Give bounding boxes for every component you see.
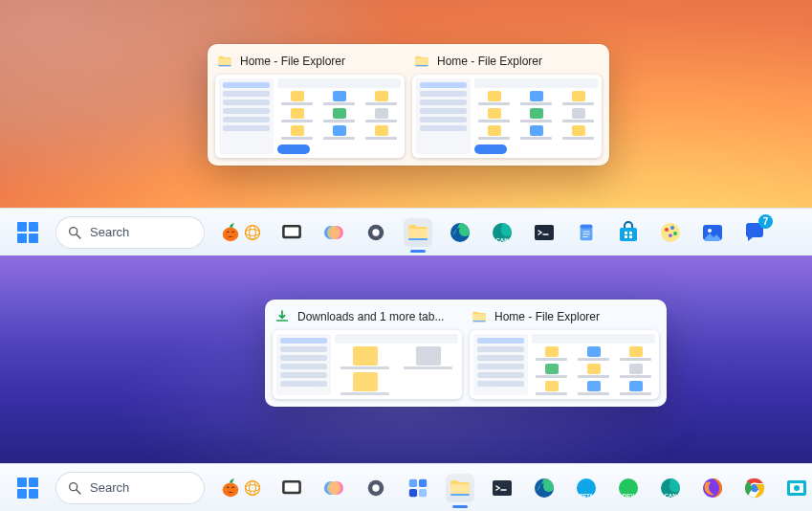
folder-icon xyxy=(217,54,232,69)
window-preview-panel: Downloads and 1 more tab... Home xyxy=(265,300,667,407)
gear-icon xyxy=(365,478,386,499)
edge-icon xyxy=(533,477,556,500)
screenshot-button[interactable] xyxy=(782,474,811,502)
search-icon xyxy=(67,480,82,496)
taskbar: Search xyxy=(0,463,812,511)
task-view-button[interactable] xyxy=(277,218,306,247)
settings-button[interactable] xyxy=(362,474,390,502)
start-button[interactable] xyxy=(13,474,42,502)
preview-tile[interactable]: Home - File Explorer xyxy=(470,307,659,399)
search-icon xyxy=(67,225,82,240)
terminal-icon xyxy=(533,221,556,244)
paint-icon xyxy=(659,221,682,244)
folder-icon xyxy=(472,309,487,324)
preview-tile[interactable]: Home - File Explorer xyxy=(215,52,405,158)
pumpkin-icon xyxy=(220,222,241,243)
edge-canary-icon xyxy=(491,221,514,244)
copilot-icon xyxy=(322,477,345,500)
edge-beta-icon xyxy=(575,477,598,500)
windows-icon xyxy=(16,221,39,244)
copilot-button[interactable] xyxy=(319,474,348,502)
pumpkin-icon xyxy=(220,478,241,499)
task-view-icon xyxy=(281,478,302,499)
edge-dev-button[interactable] xyxy=(614,474,643,502)
preview-header: Downloads and 1 more tab... xyxy=(273,307,462,330)
screenshot-icon xyxy=(785,477,808,500)
widgets-icon xyxy=(407,478,428,499)
terminal-button[interactable] xyxy=(530,218,559,247)
copilot-button[interactable] xyxy=(319,218,348,247)
edge-canary-icon xyxy=(659,477,682,500)
edge-dev-icon xyxy=(617,477,640,500)
preview-header: Home - File Explorer xyxy=(412,52,602,75)
folder-icon xyxy=(406,221,429,244)
firefox-icon xyxy=(701,477,724,500)
widgets-button[interactable] xyxy=(404,474,432,502)
edge-icon xyxy=(449,221,472,244)
folder-icon xyxy=(414,54,429,69)
notepad-button[interactable] xyxy=(572,218,601,247)
terminal-button[interactable] xyxy=(488,474,516,502)
search-box[interactable]: Search xyxy=(55,472,205,504)
settings-button[interactable] xyxy=(362,218,390,247)
web-icon xyxy=(243,223,262,242)
photos-icon xyxy=(701,221,724,244)
file-explorer-button[interactable] xyxy=(446,474,474,502)
preview-thumb[interactable] xyxy=(412,75,602,158)
search-highlight[interactable] xyxy=(218,218,264,247)
store-button[interactable] xyxy=(614,218,643,247)
folder-icon xyxy=(449,477,472,500)
search-placeholder: Search xyxy=(90,225,129,239)
chrome-icon xyxy=(743,477,766,500)
notepad-icon xyxy=(576,222,597,243)
preview-thumb[interactable] xyxy=(470,330,659,399)
task-view-button[interactable] xyxy=(277,474,306,502)
terminal-icon xyxy=(491,477,514,500)
paint-button[interactable] xyxy=(656,218,685,247)
preview-header: Home - File Explorer xyxy=(215,52,405,75)
web-icon xyxy=(243,478,262,498)
edge-button[interactable] xyxy=(446,218,474,247)
copilot-icon xyxy=(322,221,345,244)
preview-title: Downloads and 1 more tab... xyxy=(297,310,444,323)
preview-title: Home - File Explorer xyxy=(437,55,542,68)
edge-button[interactable] xyxy=(530,474,559,502)
preview-tile[interactable]: Downloads and 1 more tab... xyxy=(273,307,462,399)
file-explorer-button[interactable] xyxy=(404,218,432,247)
search-highlight[interactable] xyxy=(218,474,264,502)
edge-canary-button[interactable] xyxy=(488,218,516,247)
chrome-button[interactable] xyxy=(740,474,769,502)
search-placeholder: Search xyxy=(90,480,129,495)
gear-icon xyxy=(365,222,386,243)
firefox-button[interactable] xyxy=(698,474,727,502)
edge-canary-button[interactable] xyxy=(656,474,685,502)
notification-badge: 7 xyxy=(758,214,773,229)
start-button[interactable] xyxy=(13,218,42,247)
preview-tile[interactable]: Home - File Explorer xyxy=(412,52,602,158)
preview-thumb[interactable] xyxy=(273,330,462,399)
download-icon xyxy=(274,309,290,324)
store-icon xyxy=(617,221,640,244)
taskbar: Search 7 xyxy=(0,208,812,256)
edge-beta-button[interactable] xyxy=(572,474,601,502)
preview-header: Home - File Explorer xyxy=(470,307,659,330)
chat-button[interactable]: 7 xyxy=(740,218,769,247)
preview-title: Home - File Explorer xyxy=(494,310,600,323)
scene-bottom: Downloads and 1 more tab... Home xyxy=(0,256,812,511)
task-view-icon xyxy=(281,222,302,243)
search-box[interactable]: Search xyxy=(55,216,205,249)
windows-icon xyxy=(16,477,39,500)
preview-thumb[interactable] xyxy=(215,75,405,158)
photos-button[interactable] xyxy=(698,218,727,247)
window-preview-panel: Home - File Explorer xyxy=(208,44,609,166)
preview-title: Home - File Explorer xyxy=(240,55,345,68)
scene-top: Home - File Explorer xyxy=(0,0,812,256)
